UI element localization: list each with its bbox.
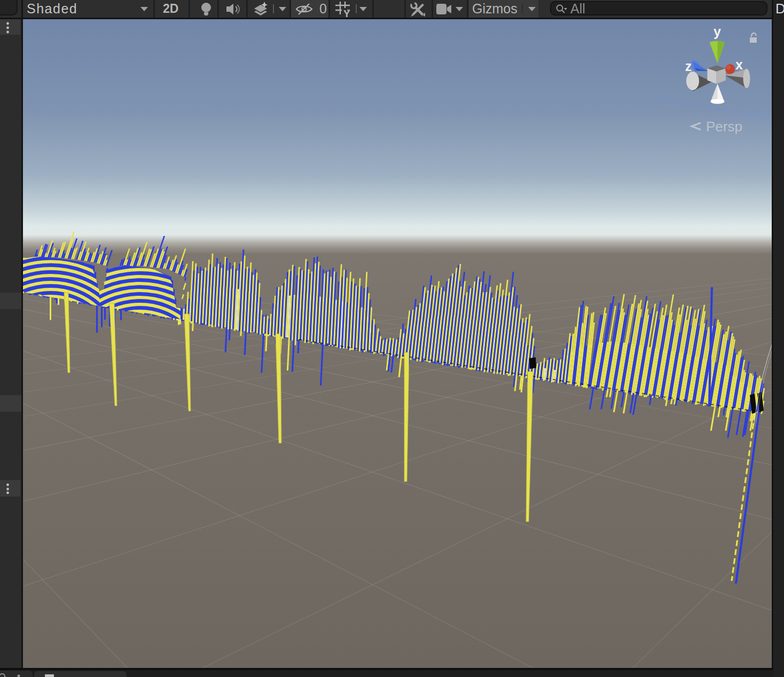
svg-text:y: y [714, 24, 721, 39]
svg-text:Persp: Persp [706, 119, 742, 135]
svg-text:x: x [735, 57, 743, 72]
svg-text:Y: Y [343, 8, 350, 18]
svg-text:z: z [685, 59, 692, 74]
